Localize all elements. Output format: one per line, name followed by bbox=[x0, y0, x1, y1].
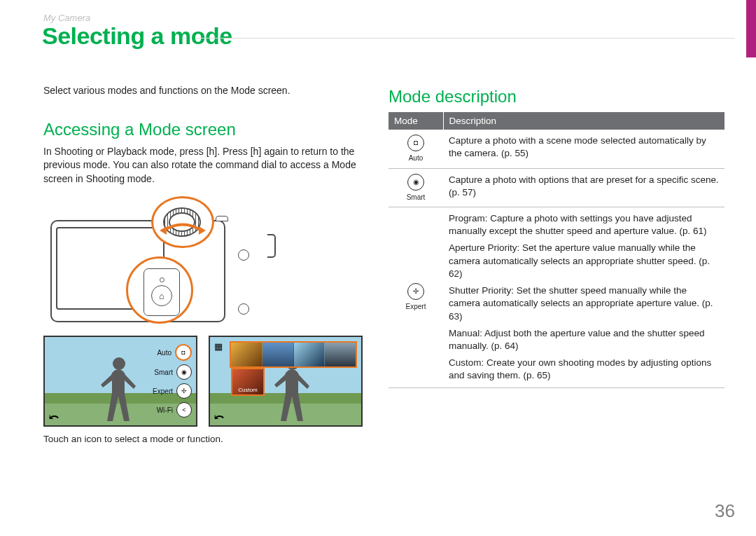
svg-point-2 bbox=[113, 357, 125, 370]
heading-mode-description: Mode description bbox=[388, 87, 724, 106]
submode-name: Manual bbox=[449, 328, 479, 338]
thumbnail[interactable] bbox=[294, 343, 326, 366]
mode-item-wifi[interactable]: Wi-Fi < bbox=[141, 402, 192, 418]
camera-illustration: ⌂ bbox=[50, 196, 274, 326]
wifi-share-icon: < bbox=[176, 402, 192, 418]
breadcrumb: My Camera bbox=[43, 13, 90, 23]
mode-label: Smart bbox=[394, 193, 438, 202]
mode-label: Expert bbox=[394, 302, 438, 312]
person-silhouette-icon bbox=[99, 355, 139, 425]
intro-text: Select various modes and functions on th… bbox=[43, 84, 365, 97]
mode-item-label: Wi-Fi bbox=[157, 406, 173, 414]
screens-caption: Touch an icon to select a mode or functi… bbox=[43, 434, 365, 444]
thumbnail[interactable] bbox=[231, 343, 262, 366]
smart-mode-icon: ◉ bbox=[407, 174, 424, 191]
mode-item-smart[interactable]: Smart ◉ bbox=[141, 364, 192, 380]
back-icon[interactable]: ⤺ bbox=[214, 410, 227, 421]
svg-marker-1 bbox=[199, 226, 206, 235]
table-header-description: Description bbox=[443, 112, 724, 130]
camera-rear-button-2 bbox=[238, 303, 249, 315]
camera-shutter-button bbox=[216, 216, 228, 221]
section-color-tab bbox=[746, 0, 756, 57]
mode-item-label: Auto bbox=[157, 349, 172, 357]
svg-marker-0 bbox=[160, 226, 167, 235]
mode-item-auto[interactable]: Auto ◘ bbox=[141, 344, 192, 361]
table-row: ✢ Expert Program: Capture a photo with s… bbox=[388, 207, 724, 388]
table-row: ◘ Auto Capture a photo with a scene mode… bbox=[388, 130, 724, 168]
selected-mode-card[interactable]: Custom bbox=[231, 368, 265, 396]
back-icon[interactable]: ⤺ bbox=[49, 410, 62, 421]
submode-desc: : Capture a photo with settings you have… bbox=[449, 213, 706, 236]
mode-item-label: Smart bbox=[154, 369, 173, 376]
mode-screen-example-2: ▦ Custom ⤺ bbox=[209, 336, 363, 427]
mode-screen-example-1: ⤺ Auto ◘ Smart ◉ Expert ✢ Wi-F bbox=[43, 336, 197, 427]
page-title: Selecting a mode bbox=[42, 22, 232, 50]
mode-label: Auto bbox=[394, 153, 438, 163]
submode-name: Program bbox=[449, 213, 485, 224]
submode-desc: : Create your own shooting modes by adju… bbox=[449, 357, 711, 380]
mode-item-label: Expert bbox=[153, 387, 173, 395]
mode-description: Capture a photo with options that are pr… bbox=[443, 168, 724, 207]
accessing-mode-body: In Shooting or Playback mode, press [h].… bbox=[43, 145, 365, 186]
expert-mode-icon: ✢ bbox=[176, 383, 192, 399]
grid-view-icon[interactable]: ▦ bbox=[214, 341, 227, 352]
selected-mode-label: Custom bbox=[238, 387, 258, 393]
heading-accessing-mode-screen: Accessing a Mode screen bbox=[43, 120, 365, 139]
table-row: ◉ Smart Capture a photo with options tha… bbox=[388, 168, 724, 207]
submode-name: Custom bbox=[449, 357, 482, 368]
mode-button-icon: ⌂ bbox=[151, 285, 172, 306]
dial-rotate-arrows-icon bbox=[160, 221, 206, 240]
mode-description: Program: Capture a photo with settings y… bbox=[443, 207, 724, 388]
title-rule bbox=[196, 38, 735, 39]
page-number: 36 bbox=[715, 500, 735, 522]
submode-name: Aperture Priority bbox=[449, 242, 517, 253]
mode-description-table: Mode Description ◘ Auto Capture a photo … bbox=[388, 112, 724, 388]
mode-item-expert[interactable]: Expert ✢ bbox=[141, 383, 192, 399]
submode-desc: : Adjust both the aperture value and the… bbox=[449, 328, 705, 351]
mode-thumbnail-strip[interactable] bbox=[230, 341, 357, 368]
camera-rear-button-1 bbox=[238, 249, 249, 261]
expert-mode-icon: ✢ bbox=[407, 283, 424, 300]
thumbnail[interactable] bbox=[262, 343, 294, 366]
table-header-mode: Mode bbox=[388, 112, 443, 130]
submode-name: Shutter Priority bbox=[449, 285, 511, 296]
mode-description: Capture a photo with a scene mode select… bbox=[443, 130, 724, 168]
mode-button-callout-circle: ⌂ bbox=[126, 256, 193, 324]
thumbnail[interactable] bbox=[325, 343, 356, 366]
mode-list-panel: Auto ◘ Smart ◉ Expert ✢ Wi-Fi < bbox=[141, 341, 192, 421]
camera-grip bbox=[267, 234, 276, 258]
smart-mode-icon: ◉ bbox=[176, 364, 192, 380]
auto-mode-icon: ◘ bbox=[175, 344, 192, 361]
auto-mode-icon: ◘ bbox=[407, 135, 424, 151]
